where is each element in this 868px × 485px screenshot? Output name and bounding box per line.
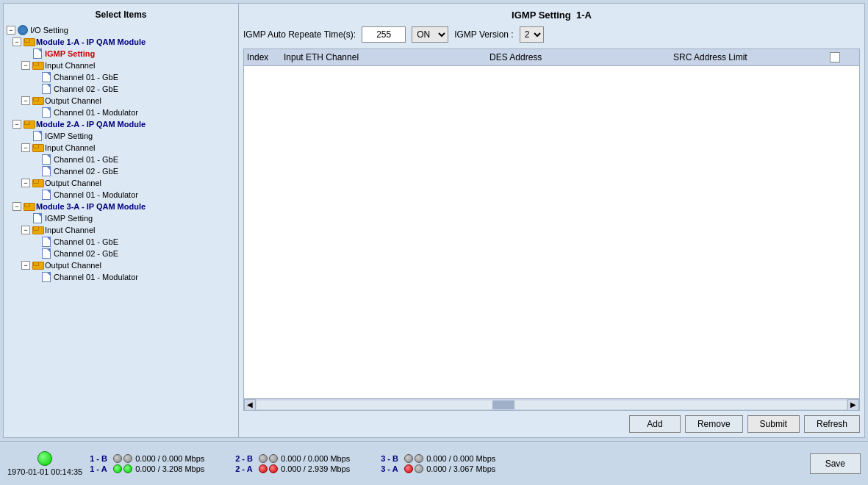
rate-info-2A: 0.000 / 2.939 Mbps <box>281 464 369 473</box>
expand-btn-output1[interactable]: − <box>21 96 30 105</box>
tree-item-input3[interactable]: −Input Channel <box>7 224 235 236</box>
add-button[interactable]: Add <box>629 415 681 433</box>
file-icon-wrap <box>40 154 52 165</box>
expand-btn-module3[interactable]: − <box>12 202 21 211</box>
tree-item-igmp1[interactable]: IGMP Setting <box>7 48 235 60</box>
expand-btn-module2[interactable]: − <box>12 120 21 129</box>
led-1A-0 <box>113 464 122 473</box>
tree-item-ch01-2[interactable]: Channel 01 - GbE <box>7 154 235 165</box>
expand-btn-io-setting[interactable]: − <box>7 26 15 35</box>
expand-btn-output3[interactable]: − <box>21 261 30 270</box>
scroll-thumb[interactable] <box>492 400 514 409</box>
tree-label-input2: Input Channel <box>45 143 96 152</box>
globe-icon-wrap <box>17 25 29 35</box>
status-row-3A: 3 - A0.000 / 3.067 Mbps <box>381 464 514 473</box>
file-icon <box>42 166 51 176</box>
file-icon <box>42 190 51 200</box>
expand-btn-input3[interactable]: − <box>21 226 30 234</box>
scroll-left-arrow[interactable]: ◀ <box>244 399 256 411</box>
led-pair-2B <box>259 454 278 463</box>
save-button[interactable]: Save <box>810 453 861 474</box>
on-off-select[interactable]: ON OFF <box>412 26 448 43</box>
tree-item-output2[interactable]: −Output Channel <box>7 177 235 189</box>
tree-label-igmp3: IGMP Setting <box>45 214 93 223</box>
tree-label-ch02-1: Channel 02 - GbE <box>54 85 118 93</box>
scroll-right-arrow[interactable]: ▶ <box>847 399 859 411</box>
version-select[interactable]: 2 3 <box>520 26 544 43</box>
tree-item-ch02-2[interactable]: Channel 02 - GbE <box>7 165 235 177</box>
tree-item-out01-3[interactable]: Channel 01 - Modulator <box>7 271 235 283</box>
folder-icon <box>32 144 43 152</box>
col-check-header <box>820 52 850 62</box>
tree-item-output3[interactable]: −Output Channel <box>7 259 235 271</box>
button-row: Add Remove Submit Refresh <box>243 411 860 433</box>
rate2-2B: 0.000 Mbps <box>308 454 350 463</box>
tree-item-out01-2[interactable]: Channel 01 - Modulator <box>7 189 235 201</box>
folder-icon-wrap <box>23 201 35 212</box>
left-panel: Select Items −I/O Setting−Module 1-A - I… <box>4 4 239 437</box>
col-src-header: SRC Address Limit <box>673 52 820 62</box>
tree-item-module1[interactable]: −Module 1-A - IP QAM Module <box>7 36 235 48</box>
tree-item-module3[interactable]: −Module 3-A - IP QAM Module <box>7 201 235 212</box>
folder-icon-wrap <box>32 96 43 106</box>
status-pair-2: 2 - B0.000 / 0.000 Mbps2 - A0.000 / 2.93… <box>235 454 369 473</box>
auto-repeat-input[interactable] <box>362 26 406 43</box>
folder-icon-wrap <box>32 178 43 188</box>
led-pair-2A <box>259 464 278 473</box>
tree-item-io-setting[interactable]: −I/O Setting <box>7 24 235 36</box>
file-icon-wrap <box>32 213 43 223</box>
file-icon <box>33 48 42 59</box>
tree-item-igmp2[interactable]: IGMP Setting <box>7 130 235 142</box>
submit-button[interactable]: Submit <box>747 415 800 433</box>
expand-btn-input2[interactable]: − <box>21 143 30 152</box>
folder-icon-wrap <box>32 225 43 235</box>
tree-item-ch01-3[interactable]: Channel 01 - GbE <box>7 236 235 248</box>
folder-icon <box>32 226 43 234</box>
tree-item-input1[interactable]: −Input Channel <box>7 60 235 71</box>
tree-label-out01-2: Channel 01 - Modulator <box>54 190 138 199</box>
table-header: Index Input ETH Channel DES Address SRC … <box>244 49 859 66</box>
tree-item-input2[interactable]: −Input Channel <box>7 142 235 154</box>
tree-container: −I/O Setting−Module 1-A - IP QAM ModuleI… <box>7 24 235 283</box>
led-pair-1A <box>113 464 132 473</box>
led-2B-0 <box>259 454 268 463</box>
expand-btn-input1[interactable]: − <box>21 61 30 70</box>
rate2-1A: 3.208 Mbps <box>162 464 204 473</box>
expand-btn-output2[interactable]: − <box>21 179 30 187</box>
rate2-3A: 3.067 Mbps <box>453 464 495 473</box>
rate1-2B: 0.000 / <box>281 454 306 463</box>
tree-label-out01-3: Channel 01 - Modulator <box>54 273 138 281</box>
save-btn-container: Save <box>810 453 861 474</box>
refresh-button[interactable]: Refresh <box>804 415 860 433</box>
tree-label-igmp1: IGMP Setting <box>45 49 95 58</box>
folder-icon-wrap <box>23 119 35 129</box>
scroll-track[interactable] <box>257 400 847 409</box>
rate-info-2B: 0.000 / 0.000 Mbps <box>281 454 369 463</box>
tree-label-input1: Input Channel <box>45 61 96 70</box>
col-des-header: DES Address <box>489 52 673 62</box>
col-eth-header: Input ETH Channel <box>284 52 489 62</box>
tree-item-ch01-1[interactable]: Channel 01 - GbE <box>7 71 235 83</box>
status-label-1A: 1 - A <box>90 464 110 473</box>
led-3A-0 <box>404 464 413 473</box>
tree-item-igmp3[interactable]: IGMP Setting <box>7 212 235 224</box>
tree-item-out01-1[interactable]: Channel 01 - Modulator <box>7 107 235 118</box>
tree-item-output1[interactable]: −Output Channel <box>7 95 235 107</box>
led-2A-0 <box>259 464 268 473</box>
tree-item-ch02-3[interactable]: Channel 02 - GbE <box>7 248 235 259</box>
file-icon <box>42 272 51 282</box>
expand-btn-module1[interactable]: − <box>12 37 21 46</box>
rate-info-3A: 0.000 / 3.067 Mbps <box>426 464 514 473</box>
remove-button[interactable]: Remove <box>685 415 743 433</box>
tree-label-output1: Output Channel <box>45 96 101 105</box>
rate-info-1B: 0.000 / 0.000 Mbps <box>135 454 223 463</box>
folder-icon-wrap <box>32 60 43 71</box>
file-icon-wrap <box>40 107 52 118</box>
status-label-1B: 1 - B <box>90 454 110 463</box>
header-checkbox[interactable] <box>830 52 840 62</box>
tree-label-igmp2: IGMP Setting <box>45 132 93 140</box>
tree-item-ch02-1[interactable]: Channel 02 - GbE <box>7 83 235 95</box>
file-icon <box>42 84 51 94</box>
tree-label-module1: Module 1-A - IP QAM Module <box>36 37 146 46</box>
tree-item-module2[interactable]: −Module 2-A - IP QAM Module <box>7 118 235 130</box>
